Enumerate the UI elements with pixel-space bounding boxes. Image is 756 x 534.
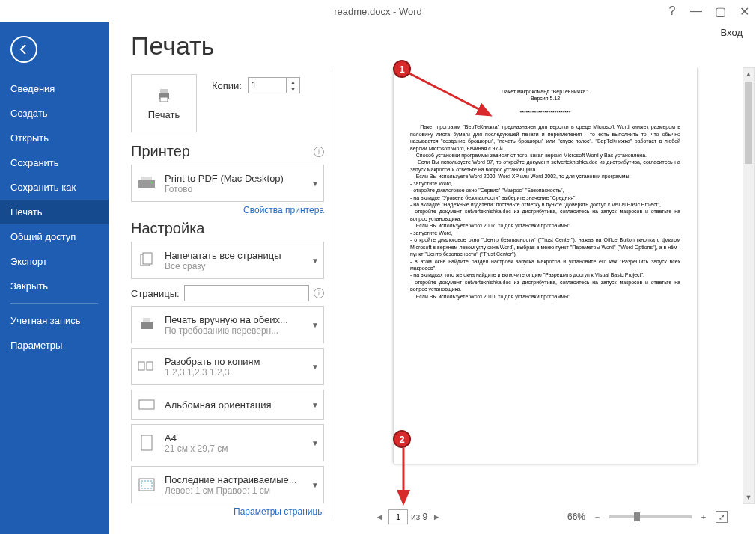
scroll-thumb[interactable] xyxy=(745,82,752,164)
svg-rect-2 xyxy=(160,97,168,102)
zoom-slider[interactable] xyxy=(609,515,692,518)
sidebar-item-8[interactable]: Закрыть xyxy=(0,274,109,298)
duplex-dropdown[interactable]: Печать вручную на обеих... По требованию… xyxy=(131,306,324,343)
chevron-down-icon: ▼ xyxy=(311,439,319,447)
svg-rect-9 xyxy=(143,318,150,322)
copies-down-icon[interactable]: ▼ xyxy=(287,85,299,93)
printer-name: Print to PDF (Mac Desktop) xyxy=(165,173,304,184)
sidebar-item-7[interactable]: Экспорт xyxy=(0,249,109,274)
collate-icon xyxy=(136,356,157,377)
svg-rect-3 xyxy=(138,180,155,188)
print-preview-pane: Пакет макрокоманд "ВерТеКнижка". Версия … xyxy=(338,22,756,534)
maximize-icon[interactable]: ▢ xyxy=(713,4,728,19)
svg-rect-10 xyxy=(138,362,144,370)
chevron-down-icon: ▼ xyxy=(311,363,319,371)
svg-rect-1 xyxy=(160,89,168,93)
printer-dropdown[interactable]: Print to PDF (Mac Desktop) Готово ▼ xyxy=(131,165,324,202)
sidebar-bottom-item-0[interactable]: Учетная запись xyxy=(0,308,109,333)
svg-rect-7 xyxy=(143,253,152,264)
printer-info-icon[interactable]: i xyxy=(314,147,324,157)
minimize-icon[interactable]: — xyxy=(689,4,704,19)
scroll-up-icon[interactable]: ▲ xyxy=(743,68,754,80)
copies-input[interactable] xyxy=(249,78,286,93)
svg-point-5 xyxy=(151,182,153,184)
prev-page-button[interactable]: ◄ xyxy=(374,511,385,523)
print-settings-panel: Печать Печать Копии: ▲ ▼ xyxy=(109,22,333,534)
window-title: readme.docx - Word xyxy=(334,6,422,17)
collate-dropdown[interactable]: Разобрать по копиям 1,2,3 1,2,3 1,2,3 ▼ xyxy=(131,348,324,385)
printer-status: Готово xyxy=(165,184,304,194)
svg-rect-8 xyxy=(141,322,153,329)
preview-scrollbar[interactable]: ▲ ▼ xyxy=(743,67,755,504)
page-setup-link[interactable]: Параметры страницы xyxy=(131,506,324,517)
zoom-out-button[interactable]: − xyxy=(591,511,603,523)
landscape-icon xyxy=(136,394,157,415)
chevron-down-icon: ▼ xyxy=(311,321,319,329)
page-total-label: из 9 xyxy=(411,512,427,522)
next-page-button[interactable]: ► xyxy=(430,511,442,523)
printer-properties-link[interactable]: Свойства принтера xyxy=(131,205,324,215)
chevron-down-icon: ▼ xyxy=(311,481,319,489)
pages-label: Страницы: xyxy=(131,288,180,299)
printer-device-icon xyxy=(136,173,157,194)
preview-canvas: Пакет макрокоманд "ВерТеКнижка". Версия … xyxy=(345,67,746,506)
close-icon[interactable]: ✕ xyxy=(737,4,752,19)
sidebar-item-1[interactable]: Создать xyxy=(0,101,109,126)
settings-section-title: Настройка xyxy=(131,220,204,237)
svg-rect-4 xyxy=(141,177,152,180)
preview-footer: ◄ из 9 ► 66% − + ⤢ xyxy=(345,506,746,528)
sidebar-item-0[interactable]: Сведения xyxy=(0,76,109,101)
sidebar-item-3[interactable]: Сохранить xyxy=(0,150,109,175)
sidebar-item-5[interactable]: Печать xyxy=(0,200,109,224)
print-button[interactable]: Печать xyxy=(131,74,197,132)
document-page-preview: Пакет макрокоманд "ВерТеКнижка". Версия … xyxy=(394,67,697,464)
chevron-down-icon: ▼ xyxy=(311,179,319,188)
copies-up-icon[interactable]: ▲ xyxy=(287,78,299,85)
sidebar-item-6[interactable]: Общий доступ xyxy=(0,224,109,249)
sidebar-bottom-item-1[interactable]: Параметры xyxy=(0,333,109,357)
fit-page-button[interactable]: ⤢ xyxy=(716,511,728,523)
svg-rect-12 xyxy=(139,400,154,409)
copies-label: Копии: xyxy=(212,80,242,91)
page-title: Печать xyxy=(131,31,324,61)
help-icon[interactable]: ? xyxy=(665,4,680,19)
printer-icon xyxy=(155,87,173,105)
pages-info-icon[interactable]: i xyxy=(314,288,324,298)
sidebar-item-2[interactable]: Открыть xyxy=(0,126,109,150)
pages-stack-icon xyxy=(136,250,157,271)
orientation-dropdown[interactable]: Альбомная ориентация ▼ xyxy=(131,390,324,420)
chevron-down-icon: ▼ xyxy=(311,257,319,265)
backstage-sidebar: СведенияСоздатьОткрытьСохранитьСохранить… xyxy=(0,22,109,534)
print-button-label: Печать xyxy=(148,109,180,120)
duplex-icon xyxy=(136,314,157,335)
printer-section-title: Принтер xyxy=(131,143,190,160)
zoom-in-button[interactable]: + xyxy=(698,511,710,523)
title-bar: readme.docx - Word ? — ▢ ✕ xyxy=(0,0,756,22)
scroll-down-icon[interactable]: ▼ xyxy=(743,491,754,503)
margins-dropdown[interactable]: Последние настраиваемые... Левое: 1 см П… xyxy=(131,466,324,503)
zoom-value: 66% xyxy=(567,512,585,522)
back-button[interactable] xyxy=(10,36,37,63)
chevron-down-icon: ▼ xyxy=(311,401,319,409)
paper-size-dropdown[interactable]: A4 21 см x 29,7 см ▼ xyxy=(131,424,324,461)
print-range-dropdown[interactable]: Напечатать все страницы Все сразу ▼ xyxy=(131,242,324,279)
pages-input[interactable] xyxy=(184,285,309,301)
sidebar-item-4[interactable]: Сохранить как xyxy=(0,175,109,200)
page-icon xyxy=(136,432,157,453)
margins-icon xyxy=(136,474,157,495)
page-number-input[interactable] xyxy=(388,509,408,524)
svg-rect-11 xyxy=(147,362,153,370)
svg-rect-14 xyxy=(139,479,154,491)
svg-rect-13 xyxy=(141,435,152,450)
copies-spinner[interactable]: ▲ ▼ xyxy=(248,77,300,93)
